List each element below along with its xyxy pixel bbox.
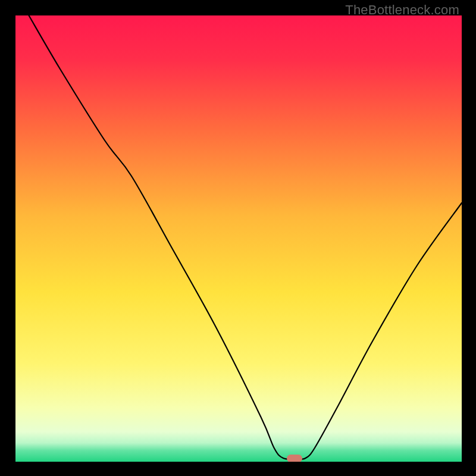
optimal-point-marker: [287, 455, 302, 462]
bottleneck-curve: [15, 15, 462, 462]
chart-frame: TheBottleneck.com: [0, 0, 476, 476]
plot-area: [15, 15, 462, 462]
